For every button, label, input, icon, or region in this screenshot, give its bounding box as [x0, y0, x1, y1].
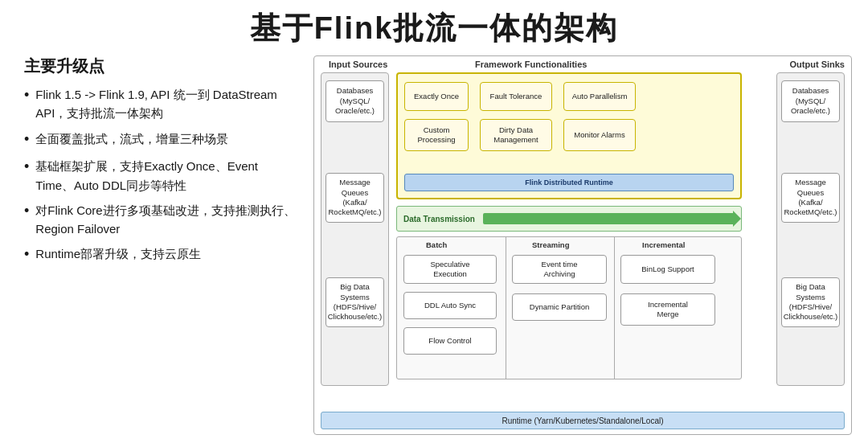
- architecture-diagram: Input Sources Framework Functionalities …: [313, 55, 852, 435]
- bullet-item-1: Flink 1.5 -> Flink 1.9, API 统一到 DataStre…: [24, 85, 297, 123]
- box-flow-control: Flow Control: [403, 327, 497, 355]
- box-custom-processing: CustomProcessing: [404, 119, 469, 151]
- output-box-mq: MessageQueues(Kafka/RocketMQ/etc.): [781, 173, 840, 223]
- box-incremental-merge: IncrementalMerge: [620, 293, 715, 326]
- divider-1: [506, 237, 506, 379]
- bullet-list: Flink 1.5 -> Flink 1.9, API 统一到 DataStre…: [24, 85, 297, 266]
- output-label: Output Sinks: [790, 59, 845, 69]
- bullet-item-4: 对Flink Core进行多项基础改进，支持推测执行、Region Failov…: [24, 201, 297, 239]
- left-panel: 主要升级点 Flink 1.5 -> Flink 1.9, API 统一到 Da…: [24, 55, 297, 435]
- output-box-bigdata: Big DataSystems(HDFS/Hive/Clickhouse/etc…: [781, 277, 840, 327]
- box-fault-tolerance: Fault Tolerance: [480, 82, 552, 111]
- box-monitor-alarms: Monitor Alarms: [563, 119, 636, 151]
- box-ddl-auto: DDL Auto Sync: [403, 292, 497, 319]
- streaming-label: Streaming: [532, 240, 569, 249]
- incremental-label: Incremental: [642, 240, 685, 249]
- box-binlog: BinLog Support: [620, 255, 715, 284]
- framework-region: Exactly Once Fault Tolerance Auto Parall…: [396, 72, 742, 199]
- bullet-item-5: Runtime部署升级，支持云原生: [24, 244, 297, 266]
- box-dirty-data: Dirty DataManagement: [480, 119, 552, 151]
- input-box-mq: MessageQueues(Kafka/RocketMQ/etc.): [326, 173, 384, 223]
- section-title: 主要升级点: [24, 55, 297, 77]
- flink-runtime-bar: Flink Distributed Runtime: [404, 174, 734, 191]
- batch-label: Batch: [426, 240, 447, 249]
- data-transmission-label: Data Transmission: [403, 215, 475, 224]
- input-box-databases: Databases(MySQL/Oracle/etc.): [326, 80, 384, 122]
- page-title: 基于Flink批流一体的架构: [0, 0, 868, 55]
- content-area: 主要升级点 Flink 1.5 -> Flink 1.9, API 统一到 Da…: [0, 55, 868, 443]
- bullet-item-3: 基础框架扩展，支持Exactly Once、Event Time、Auto DD…: [24, 157, 297, 195]
- output-box-databases: Databases(MySQL/Oracle/etc.): [781, 80, 840, 122]
- divider-2: [614, 237, 615, 379]
- box-exactly-once: Exactly Once: [404, 82, 469, 111]
- box-speculative: SpeculativeExecution: [403, 255, 497, 284]
- bsi-region: Batch Streaming Incremental SpeculativeE…: [396, 236, 742, 379]
- input-label: Input Sources: [329, 59, 387, 69]
- framework-label: Framework Functionalities: [475, 59, 587, 69]
- bullet-item-2: 全面覆盖批式，流式，增量三种场景: [24, 129, 297, 151]
- right-panel: Input Sources Framework Functionalities …: [313, 55, 852, 435]
- runtime-bar: Runtime (Yarn/Kubernetes/Standalone/Loca…: [321, 412, 845, 429]
- data-transmission-region: Data Transmission: [396, 206, 742, 232]
- box-event-time: Event timeArchiving: [512, 255, 607, 284]
- input-box-bigdata: Big DataSystems(HDFS/Hive/Clickhouse/etc…: [326, 277, 384, 327]
- box-dynamic-partition: Dynamic Partition: [512, 293, 607, 321]
- box-auto-parallelism: Auto Parallelism: [563, 82, 636, 111]
